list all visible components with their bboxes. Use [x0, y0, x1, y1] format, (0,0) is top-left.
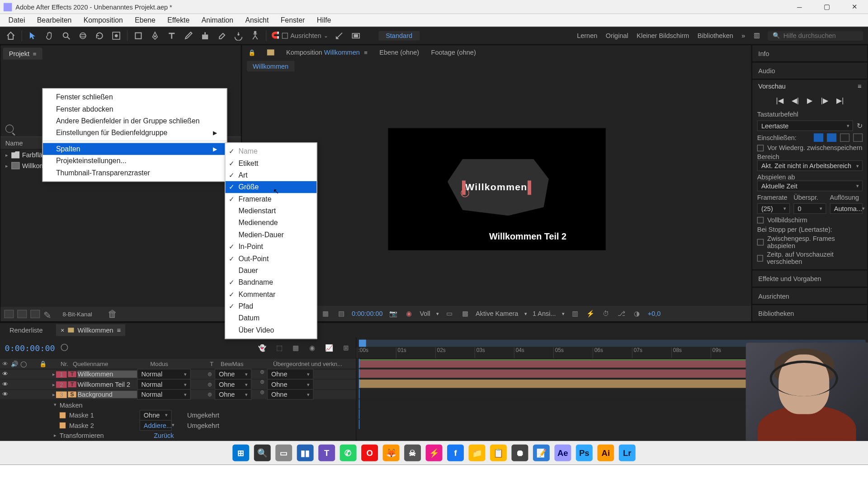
menu-item[interactable]: Andere Bedienfelder in der Gruppe schlie…	[43, 115, 226, 127]
preview-menu-icon[interactable]: ≡	[858, 83, 861, 90]
stop-move-checkbox[interactable]: Zeitp. auf Vorschauzeit verschieben	[757, 251, 863, 265]
shape-tool-icon[interactable]	[132, 29, 144, 41]
panel-effects[interactable]: Effekte und Vorgaben	[752, 270, 868, 287]
taskbar-app-icon[interactable]: T	[318, 445, 335, 461]
loop-icon[interactable]	[853, 133, 863, 141]
taskbar-app-icon[interactable]: ⏺	[511, 445, 528, 461]
column-toggle[interactable]: Medien-Dauer	[225, 229, 316, 240]
menu-komposition[interactable]: Komposition	[78, 14, 129, 26]
column-toggle[interactable]: Medienende	[225, 217, 316, 229]
framerate-dropdown[interactable]: (25)▾	[757, 203, 790, 214]
mask-mode-icon[interactable]	[350, 29, 362, 41]
column-toggle[interactable]: Dauer	[225, 264, 316, 276]
tab-ebene[interactable]: Ebene (ohne)	[379, 49, 419, 56]
fast-preview-icon[interactable]: ⚡	[586, 309, 595, 317]
taskbar-app-icon[interactable]: Lr	[619, 445, 636, 461]
visibility-toggle[interactable]: 👁	[2, 391, 8, 398]
column-toggle[interactable]: Out-Point	[225, 253, 316, 264]
taskbar-app-icon[interactable]: Ps	[576, 445, 593, 461]
include-audio-icon[interactable]	[827, 133, 836, 141]
taskbar-app-icon[interactable]: ▭	[275, 445, 292, 461]
menu-item[interactable]: Spalten▶	[43, 143, 226, 155]
menu-effekte[interactable]: Effekte	[161, 14, 195, 26]
adjust-icon[interactable]: ✎	[43, 310, 53, 318]
column-toggle[interactable]: Pfad	[225, 300, 316, 312]
fullscreen-checkbox[interactable]: Vollbildschirm	[757, 216, 863, 224]
puppet-tool-icon[interactable]	[249, 29, 261, 41]
home-icon[interactable]	[5, 29, 17, 41]
prev-frame-icon[interactable]: ◀|	[792, 97, 799, 105]
pickwhip-icon[interactable]: ⊚	[208, 371, 212, 377]
view-chevron-icon[interactable]: ▾	[562, 311, 564, 316]
lock-icon[interactable]: 🔒	[248, 49, 255, 56]
panel-info[interactable]: Info	[752, 45, 868, 62]
workspace-klein[interactable]: Kleiner Bildschirm	[637, 32, 689, 39]
menu-fenster[interactable]: Fenster	[275, 14, 311, 26]
exposure-value[interactable]: +0,0	[648, 310, 661, 317]
column-toggle[interactable]: Medienstart	[225, 205, 316, 217]
taskbar-app-icon[interactable]: ⚡	[426, 445, 443, 461]
time-display[interactable]: 0:00:00:00	[352, 310, 383, 317]
help-search[interactable]: 🔍	[768, 31, 863, 40]
layer-property[interactable]: ▸TransformierenZurück	[0, 430, 356, 440]
guides-icon[interactable]: ▤	[336, 309, 346, 317]
menu-hilfe[interactable]: Hilfe	[311, 14, 337, 26]
taskbar-app-icon[interactable]: ⊞	[232, 445, 249, 461]
taskbar-app-icon[interactable]: 📝	[533, 445, 550, 461]
play-icon[interactable]: ▶	[807, 97, 812, 105]
text-layer-2[interactable]: Willkommen Teil 2	[489, 231, 566, 241]
column-toggle[interactable]: Framerate	[225, 193, 316, 205]
timeline-menu-icon[interactable]: ≡	[117, 327, 120, 334]
minimize-button[interactable]: ─	[786, 0, 813, 14]
menu-item[interactable]: Projekteinstellungen...	[43, 155, 226, 167]
menu-ebene[interactable]: Ebene	[129, 14, 161, 26]
tab-footage[interactable]: Footage (ohne)	[431, 49, 476, 56]
stop-cache-checkbox[interactable]: Zwischengesp. Frames abspielen	[757, 235, 863, 249]
trackmatte-dropdown[interactable]: Ohne▾	[215, 369, 252, 380]
column-toggle[interactable]: Datum	[225, 312, 316, 324]
text-tool-icon[interactable]	[166, 29, 178, 41]
workspace-switcher-icon[interactable]: ▥	[754, 32, 760, 39]
tab-close-icon[interactable]: ×	[61, 327, 64, 334]
resolution-dropdown[interactable]: Voll	[420, 310, 430, 317]
include-overlays-icon[interactable]	[840, 133, 849, 141]
rotate-tool-icon[interactable]	[94, 29, 105, 41]
resolution-dropdown[interactable]: Automa...▾	[830, 203, 863, 214]
menu-animation[interactable]: Animation	[195, 14, 239, 26]
tab-renderliste[interactable]: Renderliste	[5, 324, 47, 336]
snapshot-icon[interactable]: 📷	[389, 309, 398, 317]
menu-item[interactable]: Thumbnail-Transparenzraster	[43, 167, 226, 178]
edit-tool-icon[interactable]	[333, 29, 345, 41]
comp-breadcrumb[interactable]: Willkommen	[247, 61, 294, 72]
current-time[interactable]: 0:00:00:00	[5, 343, 55, 353]
reset-icon[interactable]: ↻	[857, 122, 863, 130]
cam-chevron-icon[interactable]: ▾	[524, 311, 527, 316]
column-toggle[interactable]: Kommentar	[225, 288, 316, 300]
comp-panel-menu-icon[interactable]: ≡	[364, 49, 368, 56]
mode-dropdown[interactable]: Normal▾	[137, 379, 191, 390]
tab-projekt[interactable]: Projekt ≡	[3, 47, 42, 59]
clone-tool-icon[interactable]	[199, 29, 211, 41]
trackmatte-dropdown[interactable]: Ohne▾	[215, 379, 252, 390]
parent-dropdown[interactable]: Ohne▾	[267, 389, 314, 400]
timeline-layer[interactable]: 👁▸3SBackgroundNormal▾⊚Ohne▾⊚Ohne▾	[0, 389, 356, 399]
snap-options-icon[interactable]: ⌄	[324, 33, 329, 38]
workspace-bibliotheken[interactable]: Bibliotheken	[698, 32, 733, 39]
anchor-tool-icon[interactable]	[110, 29, 122, 41]
taskbar-app-icon[interactable]: O	[361, 445, 378, 461]
workspace-original[interactable]: Original	[606, 32, 628, 39]
menu-item[interactable]: Fenster schließen	[43, 91, 226, 103]
shy-icon[interactable]: 👻	[257, 343, 268, 353]
pixel-aspect-icon[interactable]: ▥	[570, 309, 580, 317]
brush-tool-icon[interactable]	[183, 29, 194, 41]
close-button[interactable]: ✕	[840, 0, 868, 14]
selection-tool-icon[interactable]	[27, 29, 38, 41]
first-frame-icon[interactable]: |◀	[776, 97, 783, 105]
composition-viewer[interactable]: Willkommen Willkommen Teil 2	[242, 73, 751, 306]
last-frame-icon[interactable]: ▶|	[836, 97, 844, 105]
next-frame-icon[interactable]: |▶	[821, 97, 828, 105]
parent-dropdown[interactable]: Ohne▾	[267, 369, 314, 380]
tab-composition[interactable]: Komposition Willkommen ≡	[286, 49, 368, 56]
panel-libs[interactable]: Bibliotheken	[752, 305, 868, 322]
camera-dropdown[interactable]: Aktive Kamera	[476, 310, 518, 317]
